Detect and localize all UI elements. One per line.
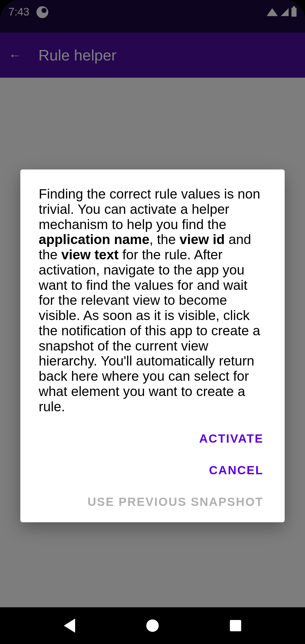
activate-button[interactable]: ACTIVATE	[199, 430, 263, 448]
nav-recent-icon[interactable]	[230, 620, 241, 631]
use-previous-snapshot-button[interactable]: USE PREVIOUS SNAPSHOT	[88, 493, 263, 511]
dialog-body-text: Finding the correct rule values is non t…	[39, 186, 266, 414]
nav-back-icon[interactable]	[64, 619, 75, 633]
nav-home-icon[interactable]	[146, 619, 159, 632]
rule-helper-dialog: Finding the correct rule values is non t…	[20, 169, 285, 522]
cancel-button[interactable]: CANCEL	[209, 461, 263, 479]
navigation-bar	[0, 607, 305, 644]
